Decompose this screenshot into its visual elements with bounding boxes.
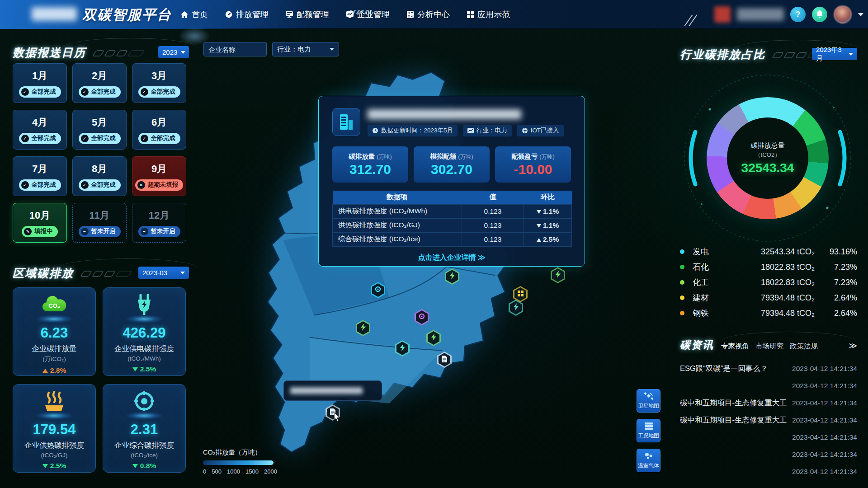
nav-item-6[interactable]: 应用示范	[467, 9, 510, 20]
stat-unit: (tCO₂/GJ)	[41, 452, 67, 459]
carbon-news-panel: 碳资讯 专家视角市场研究政策法规 ≫ ESG跟“双碳”是一回事么？2023-04…	[680, 338, 857, 480]
stat-change: 2.5%	[42, 462, 66, 470]
nav-item-1[interactable]: 首页	[181, 9, 208, 20]
glow-platform	[35, 315, 73, 323]
stat-label: 企业碳排放量	[32, 344, 77, 354]
month-card-9月[interactable]: 9月 ✕ 超期未填报	[132, 156, 186, 196]
bell-icon[interactable]	[812, 7, 827, 22]
legend-percent: 2.64%	[815, 309, 857, 318]
news-item-7[interactable]: 2023-04-12 14:21:34	[680, 463, 857, 480]
kpi-value: -10.00	[514, 162, 552, 177]
news-item-title: 碳中和五期项目-生态修复重大工程...	[680, 398, 787, 408]
avatar-dropdown-caret[interactable]	[858, 13, 863, 16]
calendar-year-value: 2023	[162, 48, 177, 56]
trend-up-icon	[537, 238, 541, 242]
news-item-2[interactable]: 2023-04-12 14:21:34	[680, 377, 857, 394]
bolt-marker-icon	[449, 272, 455, 281]
calendar-year-select[interactable]: 2023	[158, 46, 189, 58]
kpi-unit: (万吨)	[539, 154, 554, 160]
table-row-1: 供电碳排放强度 (tCO₂/MWh) 0.123 1.1%	[333, 204, 572, 218]
region-stat-grid: CO₂ 6.23 企业碳排放量 (万tCO₂) 2.8% 426.29 企业供电…	[13, 287, 186, 473]
map-layer-controls: 卫星地图工况地图温室气体	[637, 389, 660, 472]
industry-filter-select[interactable]: 行业：电力	[272, 42, 339, 56]
status-icon: ✓	[21, 135, 29, 142]
tooltip-text-redacted	[290, 387, 363, 394]
month-card-3月[interactable]: 3月 ✓ 全部完成	[132, 63, 186, 103]
bolt-marker-icon	[555, 271, 561, 280]
month-card-5月[interactable]: 5月 ✓ 全部完成	[72, 110, 127, 150]
map-ctrl-label: 卫星地图	[638, 403, 659, 409]
avatar[interactable]	[834, 5, 852, 23]
news-list: ESG跟“双碳”是一回事么？2023-04-12 14:21:342023-04…	[680, 360, 857, 480]
company-detail-link[interactable]: 点击进入企业详情 ≫	[332, 253, 571, 263]
month-card-10月[interactable]: 10月 ✎ 填报中	[13, 203, 67, 243]
news-tab-3[interactable]: 政策法规	[790, 342, 818, 351]
donut-center-value: 32543.34	[741, 161, 794, 175]
month-status-badge: − 暂未开启	[79, 226, 121, 237]
month-card-4月[interactable]: 4月 ✓ 全部完成	[13, 110, 67, 150]
co2-tick: 0	[203, 468, 206, 475]
table-row-3: 综合碳排放强度 (tCO₂/tce) 0.123 2.5%	[333, 232, 572, 246]
industry-badge: 行业：电力	[463, 125, 512, 136]
news-more-arrow[interactable]: ≫	[849, 341, 857, 351]
top-nav: 双碳智服平台 首页排放管理配额管理企业管理分析中心应用示范 ?	[0, 0, 868, 29]
nav-item-5[interactable]: 分析中心	[407, 9, 450, 20]
nav-item-4[interactable]: 企业管理	[346, 9, 390, 20]
month-status-text: 填报中	[34, 227, 53, 235]
month-card-7月[interactable]: 7月 ✓ 全部完成	[13, 156, 67, 196]
row-value: 0.123	[462, 204, 524, 218]
month-card-8月[interactable]: 8月 ✓ 全部完成	[72, 156, 127, 196]
map-ctrl-工况地图[interactable]: 工况地图	[637, 419, 660, 442]
month-status-text: 全部完成	[32, 181, 56, 189]
news-item-6[interactable]: 2023-04-12 14:21:34	[680, 446, 857, 463]
news-item-3[interactable]: 碳中和五期项目-生态修复重大工程...2023-04-12 14:21:34	[680, 394, 857, 412]
co2-cloud-icon: CO₂	[41, 294, 67, 315]
month-card-2月[interactable]: 2月 ✓ 全部完成	[72, 63, 127, 103]
help-icon[interactable]: ?	[790, 7, 806, 22]
news-item-5[interactable]: 2023-04-12 14:21:34	[680, 429, 857, 446]
update-time-text: 数据更新时间：2023年5月	[381, 127, 453, 135]
legend-value: 18022.83 tCO₂	[731, 263, 815, 272]
month-status-badge: ✓ 全部完成	[79, 133, 121, 144]
region-stat-card-2: 426.29 企业供电碳排强度 (tCO₂/MWh) 2.5%	[103, 287, 186, 376]
legend-row-石化: 石化 18022.83 tCO₂ 7.23%	[680, 259, 857, 275]
month-status-text: 超期未填报	[148, 181, 179, 189]
nav-item-label: 排放管理	[236, 9, 269, 20]
month-card-12月[interactable]: 12月 − 暂未开启	[132, 203, 186, 243]
popup-kpi-row: 碳排放量 (万吨) 312.70模拟配额 (万吨) 302.70配额盈亏 (万吨…	[332, 146, 571, 183]
legend-row-钢铁: 钢铁 79394.48 tCO₂ 2.64%	[680, 305, 857, 321]
news-tab-2[interactable]: 市场研究	[755, 342, 783, 351]
industry-donut-chart: 碳排放总量 （tCO2） 32543.34	[700, 90, 835, 226]
month-card-6月[interactable]: 6月 ✓ 全部完成	[132, 110, 186, 150]
popup-badges: 数据更新时间：2023年5月 行业：电力 IOT已接入	[368, 125, 564, 136]
popup-kpi-1: 碳排放量 (万吨) 312.70	[332, 146, 408, 183]
region-period-select[interactable]: 2023-03	[138, 267, 189, 279]
map-ctrl-温室气体[interactable]: 温室气体	[637, 449, 660, 472]
company-search-input[interactable]	[203, 42, 267, 56]
month-status-text: 全部完成	[91, 181, 116, 189]
iot-badge-text: IOT已接入	[531, 127, 559, 135]
month-label: 4月	[32, 116, 47, 129]
stat-label: 企业综合碳排强度	[114, 441, 174, 450]
satellite-icon	[644, 392, 653, 401]
map-ctrl-卫星地图[interactable]: 卫星地图	[637, 389, 660, 413]
month-card-1月[interactable]: 1月 ✓ 全部完成	[13, 63, 67, 103]
news-item-1[interactable]: ESG跟“双碳”是一回事么？2023-04-12 14:21:34	[680, 360, 857, 377]
news-item-4[interactable]: 碳中和五期项目-生态修复重大工程2023-04-12 14:21:34	[680, 412, 857, 429]
legend-dot	[680, 296, 684, 300]
status-icon: ✕	[137, 181, 145, 189]
co2-scale-legend: CO₂排放量（万吨） 0500100015002000	[203, 448, 293, 475]
month-label: 2月	[92, 69, 107, 83]
trend-down-icon	[42, 464, 48, 468]
row-name: 综合碳排放强度 (tCO₂/tce)	[333, 232, 462, 246]
news-tab-1[interactable]: 专家视角	[721, 342, 749, 351]
nav-item-2[interactable]: 排放管理	[225, 9, 269, 20]
donut-center: 碳排放总量 （tCO2） 32543.34	[727, 117, 808, 199]
nav-item-3[interactable]: 配额管理	[286, 9, 329, 20]
legend-dot	[680, 311, 684, 315]
status-icon: ✓	[141, 135, 148, 142]
stat-value: 2.31	[131, 422, 158, 438]
industry-period-select[interactable]: 2023年3月	[812, 48, 857, 60]
chevron-down-icon	[181, 51, 185, 54]
month-card-11月[interactable]: 11月 − 暂未开启	[72, 203, 127, 243]
